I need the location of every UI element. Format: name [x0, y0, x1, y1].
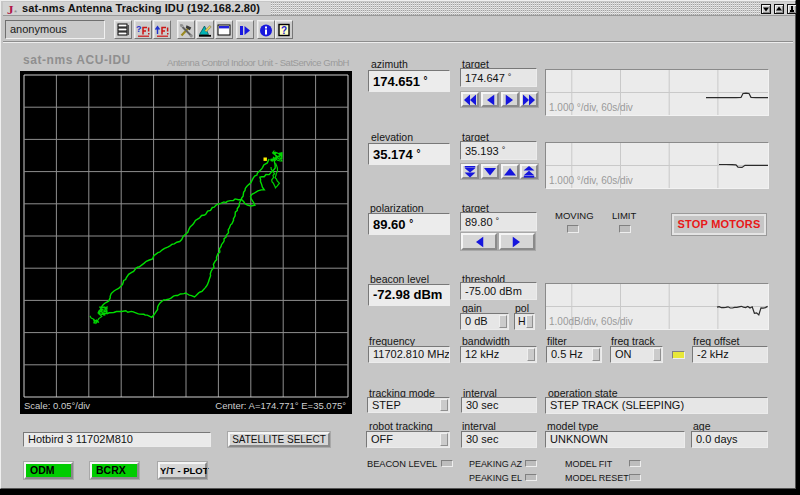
svg-text:J: J [7, 3, 14, 16]
svg-text:*: * [14, 8, 17, 16]
svg-text:?: ? [136, 24, 142, 34]
svg-text:?: ? [281, 25, 287, 36]
